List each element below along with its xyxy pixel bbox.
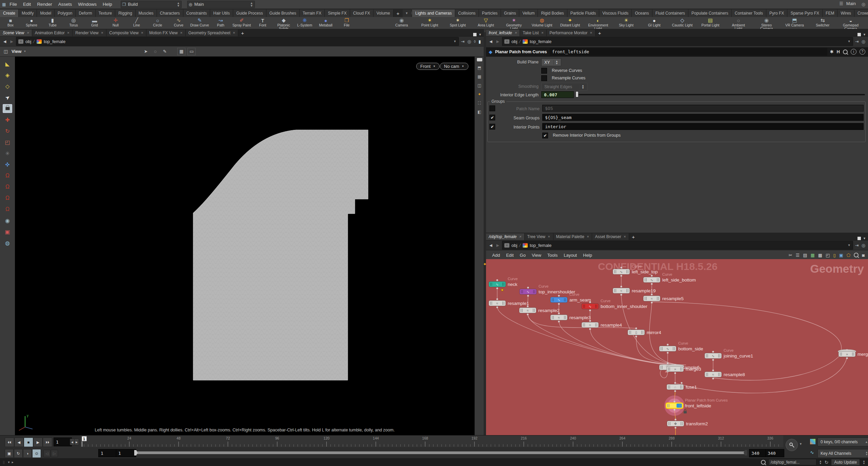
shelf-tab-pyro-fx[interactable]: Pyro FX	[766, 9, 787, 17]
view-layout-icon[interactable]: ◣	[3, 59, 12, 68]
shelf-tool-file[interactable]: ❒File	[336, 17, 357, 30]
node-input-dot[interactable]	[527, 287, 529, 288]
menu-windows[interactable]: Windows	[75, 1, 100, 8]
keys-channels-button[interactable]: 0 keys, 0/0 channels▲	[817, 438, 868, 446]
shelf-tab-polygon[interactable]: Polygon	[55, 9, 76, 17]
node-input-dot[interactable]	[674, 364, 676, 366]
shelf-left-dropdown-icon[interactable]: ▼	[403, 12, 411, 15]
key-all-channels-button[interactable]: Key All Channels▲▼	[817, 449, 868, 458]
shelf-tab-fluid-containers[interactable]: Fluid Containers	[652, 9, 688, 17]
shelf-tab-add-button[interactable]: +	[393, 9, 403, 17]
shelf-tool-gamepad-camera[interactable]: ◒Gamepad Camera	[840, 17, 861, 30]
smoothing-dropdown[interactable]: Straight Edges ▲▼	[541, 83, 587, 91]
close-tab-icon[interactable]: ✕	[67, 31, 70, 35]
shelf-tool-ambient-light[interactable]: ◌Ambient Light	[728, 17, 749, 30]
pin-pane-icon[interactable]: ⇥	[854, 39, 860, 44]
path-root[interactable]: obj	[511, 243, 517, 248]
path-node[interactable]: top_female	[530, 39, 551, 44]
playbar-nav-0[interactable]: ◁	[43, 450, 51, 457]
pane-menu-icon[interactable]: ▼	[863, 237, 866, 240]
shelf-tab-grains[interactable]: Grains	[501, 9, 519, 17]
node-name-label[interactable]: resample3	[569, 315, 591, 320]
back-button[interactable]: ◀	[488, 242, 493, 248]
auto-update-dropdown[interactable]: Auto Update	[831, 459, 860, 466]
view-camera-icon[interactable]: ◉	[3, 216, 12, 225]
seam-groups-toggle[interactable]: ✔	[489, 115, 495, 120]
thumb-view-icon[interactable]: ▩	[818, 253, 822, 258]
shelf-tab-guide-process[interactable]: Guide Process	[233, 9, 266, 17]
new-tab-button[interactable]: +	[238, 30, 247, 36]
timeline-ruler[interactable]: 244872961201441681922162402642883123361	[80, 435, 783, 447]
node-output-dot[interactable]	[620, 275, 622, 276]
playbar-toggle-0[interactable]: ▣	[5, 449, 14, 458]
node-input-dot[interactable]	[558, 312, 560, 314]
shelf-tool-area-light[interactable]: ▽Area Light	[475, 17, 496, 30]
close-tab-icon[interactable]: ✕	[141, 31, 144, 35]
interior-points-field[interactable]: interior	[542, 123, 864, 130]
shelf-tool-stereo-camera[interactable]: ◉Stereo Camera	[756, 17, 777, 30]
node-output-dot[interactable]	[635, 335, 637, 337]
node-input-dot[interactable]	[620, 267, 622, 268]
help-icon[interactable]: ?	[860, 49, 865, 55]
radial-menu-selector[interactable]: ◎ Main ▲▼	[187, 1, 255, 8]
node-name-label[interactable]: resample2	[538, 308, 560, 313]
clapper-icon[interactable]: ◫	[2, 48, 9, 55]
params-forward-button[interactable]: ▶	[495, 39, 500, 44]
note-icon[interactable]: ▯	[833, 253, 835, 258]
close-tab-icon[interactable]: ✕	[233, 31, 236, 35]
network-menu-help[interactable]: Help	[580, 252, 595, 259]
shelf-tool-distant-light[interactable]: ✦Distant Light	[560, 17, 581, 30]
list-icon[interactable]: ▤	[803, 253, 807, 258]
pane-menu-icon[interactable]: ▼	[863, 33, 866, 36]
params-tab-take-list[interactable]: Take List✕	[520, 30, 547, 36]
lasso-select-icon[interactable]: ◌	[152, 48, 159, 55]
select-tool-icon[interactable]: ➤	[1, 91, 14, 103]
node-name-label[interactable]: bottom_inner_shoulder	[601, 304, 648, 309]
network-menu-go[interactable]: Go	[517, 252, 528, 259]
params-tab-front-leftside[interactable]: front_leftside✕	[486, 30, 520, 36]
shelf-tool-geometry-light[interactable]: ✶Geometry Light	[503, 17, 524, 30]
shelf-tab-oceans[interactable]: Oceans	[632, 9, 652, 17]
scene-tab-geometry-spreadsheet[interactable]: Geometry Spreadsheet✕	[186, 30, 239, 36]
main-desk-label[interactable]: Main	[846, 1, 856, 6]
shelf-tab-crowds[interactable]: Crowds	[854, 9, 868, 17]
node-input-dot[interactable]	[651, 293, 652, 295]
shelf-tab-constraints[interactable]: Constraints	[183, 9, 210, 17]
network-tab-tree-view[interactable]: Tree View✕	[525, 233, 553, 240]
node-output-dot[interactable]	[651, 302, 652, 303]
refresh-icon[interactable]: ↻	[825, 460, 829, 465]
select-mode-icon[interactable]: ◈	[3, 71, 12, 79]
node-input-dot[interactable]	[673, 401, 675, 402]
select-objects-icon[interactable]: ➤	[142, 48, 149, 55]
menu-render[interactable]: Render	[34, 1, 55, 8]
menu-assets[interactable]: Assets	[55, 1, 75, 8]
node-name-label[interactable]: left_side_bottom	[662, 277, 696, 283]
network-tab-material-palette[interactable]: Material Palette✕	[553, 233, 592, 240]
rotate-tool-icon[interactable]: ↻	[3, 127, 12, 135]
node-flag[interactable]	[501, 289, 504, 291]
range-slider-left-handle[interactable]	[134, 450, 138, 455]
stowed-pane-icon[interactable]: ◆	[484, 262, 486, 266]
node-name-label[interactable]: mirror4	[647, 330, 661, 335]
close-tab-icon[interactable]: ✕	[541, 31, 544, 35]
stop-button[interactable]: ■	[24, 438, 33, 447]
node-name-label[interactable]: resample19	[632, 288, 656, 293]
node-type-icon[interactable]: ◆	[489, 49, 492, 55]
shelf-tool-metaball[interactable]: ●Metaball	[315, 17, 336, 30]
houdini-expr-icon[interactable]: H	[837, 49, 840, 54]
gear-icon[interactable]: ✱	[830, 49, 834, 54]
pane-split-icon[interactable]	[857, 237, 861, 240]
path-node[interactable]: top_female	[44, 39, 65, 44]
node-name-label[interactable]: resample5	[662, 296, 684, 301]
node-output-dot[interactable]	[589, 309, 591, 311]
shelf-tool-spray-paint[interactable]: ✐Spray Paint	[231, 17, 252, 30]
shape-icon[interactable]: ⬠	[847, 253, 850, 258]
node-name-label[interactable]: merge3	[686, 367, 701, 372]
badge-icon[interactable]: ◰	[826, 253, 830, 258]
close-tab-icon[interactable]: ✕	[514, 31, 517, 35]
playbar-toggle-1[interactable]: ↻	[14, 449, 23, 458]
reverse-curves-checkbox[interactable]	[541, 68, 547, 74]
vp-display-option-icon-5[interactable]: ◧	[478, 110, 481, 114]
vp-display-option-icon-3[interactable]: ✦	[478, 92, 481, 97]
node-name-label[interactable]: resample1	[508, 301, 529, 306]
